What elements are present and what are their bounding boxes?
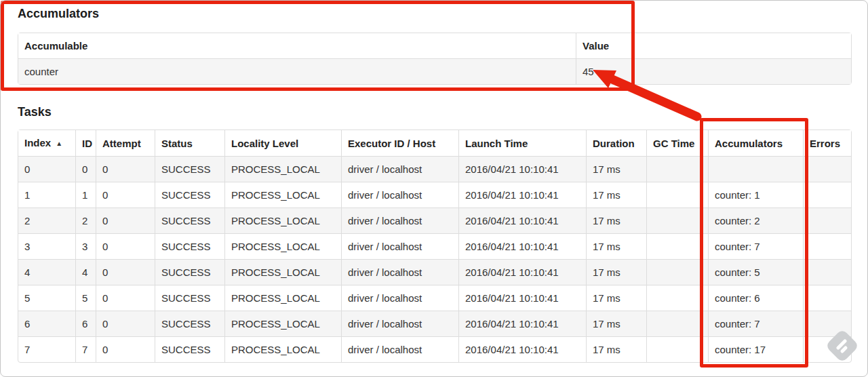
table-row: 330SUCCESSPROCESS_LOCALdriver / localhos… bbox=[18, 234, 851, 260]
table-cell: PROCESS_LOCAL bbox=[225, 260, 342, 285]
table-cell: PROCESS_LOCAL bbox=[225, 208, 342, 234]
table-cell bbox=[804, 182, 851, 208]
table-cell: driver / localhost bbox=[342, 208, 459, 234]
table-cell: 17 ms bbox=[587, 208, 647, 234]
column-header-label: Status bbox=[161, 138, 193, 149]
table-cell: 2016/04/21 10:10:41 bbox=[459, 337, 587, 362]
column-header-errors[interactable]: Errors bbox=[804, 130, 851, 157]
page-content: Accumulators AccumulableValue counter45 … bbox=[18, 6, 850, 363]
table-cell: counter: 5 bbox=[709, 260, 804, 285]
table-cell: 2016/04/21 10:10:41 bbox=[459, 260, 587, 285]
table-cell: 0 bbox=[96, 208, 155, 234]
table-cell: SUCCESS bbox=[155, 285, 225, 311]
table-cell bbox=[647, 285, 709, 311]
table-cell: counter: 6 bbox=[709, 285, 804, 311]
table-row: counter45 bbox=[18, 59, 851, 84]
table-cell: 7 bbox=[18, 337, 76, 362]
table-cell: driver / localhost bbox=[342, 234, 459, 260]
column-header-locality-level[interactable]: Locality Level bbox=[225, 130, 342, 157]
column-header-label: Accumulable bbox=[24, 40, 87, 52]
column-header-label: GC Time bbox=[653, 138, 694, 149]
table-cell bbox=[804, 311, 851, 337]
table-cell: 0 bbox=[76, 157, 96, 182]
table-cell bbox=[804, 157, 851, 182]
table-cell bbox=[647, 157, 709, 182]
table-cell: counter: 7 bbox=[709, 311, 804, 337]
column-header-status[interactable]: Status bbox=[155, 130, 225, 157]
column-header-label: Duration bbox=[593, 138, 635, 149]
table-cell: 4 bbox=[76, 260, 96, 285]
header-row: AccumulableValue bbox=[18, 33, 851, 59]
table-cell: SUCCESS bbox=[155, 157, 225, 182]
table-cell: 0 bbox=[96, 337, 155, 362]
table-cell: 2 bbox=[76, 208, 96, 234]
table-cell: counter bbox=[18, 59, 576, 84]
table-cell: SUCCESS bbox=[155, 234, 225, 260]
table-row: 110SUCCESSPROCESS_LOCALdriver / localhos… bbox=[18, 182, 851, 208]
column-header-attempt[interactable]: Attempt bbox=[96, 130, 155, 157]
table-cell: driver / localhost bbox=[342, 260, 459, 285]
table-row: 220SUCCESSPROCESS_LOCALdriver / localhos… bbox=[18, 208, 851, 234]
column-header-launch-time[interactable]: Launch Time bbox=[459, 130, 587, 157]
table-cell: driver / localhost bbox=[342, 311, 459, 337]
table-cell bbox=[804, 285, 851, 311]
table-cell bbox=[804, 337, 851, 362]
table-row: 770SUCCESSPROCESS_LOCALdriver / localhos… bbox=[18, 337, 851, 362]
table-cell: PROCESS_LOCAL bbox=[225, 337, 342, 362]
table-cell: 1 bbox=[18, 182, 76, 208]
table-cell: counter: 2 bbox=[709, 208, 804, 234]
column-header-duration[interactable]: Duration bbox=[587, 130, 647, 157]
table-cell: 17 ms bbox=[587, 285, 647, 311]
column-header-accumulators[interactable]: Accumulators bbox=[709, 130, 804, 157]
header-row: Index▲IDAttemptStatusLocality LevelExecu… bbox=[18, 130, 851, 157]
table-cell: 3 bbox=[18, 234, 76, 260]
table-cell: 2016/04/21 10:10:41 bbox=[459, 285, 587, 311]
table-cell bbox=[647, 260, 709, 285]
table-cell: 2016/04/21 10:10:41 bbox=[459, 208, 587, 234]
table-cell bbox=[804, 208, 851, 234]
table-cell: 0 bbox=[96, 260, 155, 285]
tasks-table-head: Index▲IDAttemptStatusLocality LevelExecu… bbox=[18, 130, 851, 157]
table-cell: 17 ms bbox=[587, 182, 647, 208]
column-header-gc-time[interactable]: GC Time bbox=[647, 130, 709, 157]
column-header-label: Errors bbox=[810, 138, 840, 149]
table-cell: 0 bbox=[96, 285, 155, 311]
table-cell: 45 bbox=[576, 59, 851, 84]
table-cell: SUCCESS bbox=[155, 208, 225, 234]
table-cell: driver / localhost bbox=[342, 337, 459, 362]
table-cell: 17 ms bbox=[587, 234, 647, 260]
table-cell: 5 bbox=[18, 285, 76, 311]
table-cell: 17 ms bbox=[587, 311, 647, 337]
column-header-index[interactable]: Index▲ bbox=[18, 130, 76, 157]
column-header-label: Index bbox=[24, 137, 51, 148]
table-cell bbox=[647, 234, 709, 260]
table-cell: SUCCESS bbox=[155, 311, 225, 337]
table-row: 660SUCCESSPROCESS_LOCALdriver / localhos… bbox=[18, 311, 851, 337]
table-cell: 17 ms bbox=[587, 260, 647, 285]
table-cell: driver / localhost bbox=[342, 182, 459, 208]
table-cell: SUCCESS bbox=[155, 337, 225, 362]
table-cell: 17 ms bbox=[587, 337, 647, 362]
column-header-label: Accumulators bbox=[715, 138, 783, 149]
table-cell: 0 bbox=[96, 157, 155, 182]
table-cell bbox=[647, 311, 709, 337]
column-header-executor-id-host[interactable]: Executor ID / Host bbox=[342, 130, 459, 157]
table-cell: PROCESS_LOCAL bbox=[225, 285, 342, 311]
table-cell bbox=[804, 260, 851, 285]
table-cell: counter: 1 bbox=[709, 182, 804, 208]
table-cell: PROCESS_LOCAL bbox=[225, 182, 342, 208]
table-cell: 4 bbox=[18, 260, 76, 285]
table-cell bbox=[647, 337, 709, 362]
accumulators-section-title: Accumulators bbox=[18, 6, 850, 21]
table-cell: PROCESS_LOCAL bbox=[225, 234, 342, 260]
column-header-accumulable[interactable]: Accumulable bbox=[18, 33, 576, 59]
table-cell: 0 bbox=[18, 157, 76, 182]
tasks-table: Index▲IDAttemptStatusLocality LevelExecu… bbox=[18, 130, 852, 363]
table-cell: SUCCESS bbox=[155, 182, 225, 208]
table-cell: 0 bbox=[96, 311, 155, 337]
column-header-value[interactable]: Value bbox=[576, 33, 851, 59]
column-header-label: Executor ID / Host bbox=[348, 138, 435, 149]
table-cell: 2016/04/21 10:10:41 bbox=[459, 311, 587, 337]
column-header-id[interactable]: ID bbox=[76, 130, 96, 157]
tasks-section-title: Tasks bbox=[18, 104, 850, 119]
